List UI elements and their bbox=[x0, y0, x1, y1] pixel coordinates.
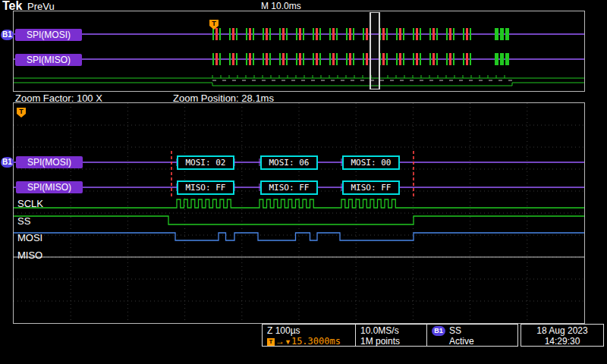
zoom-bus2-label: SPI(MISO) bbox=[16, 181, 83, 193]
timebase-readout: M 10.0ms bbox=[261, 1, 301, 11]
delay-value: 15.3000ms bbox=[291, 336, 341, 347]
zoom-scale-readout: Z 100µs bbox=[267, 325, 355, 336]
digital-label-miso: MISO bbox=[17, 249, 42, 261]
trigger-state-label: Active bbox=[432, 336, 517, 347]
delay-readout: T→▼15.3000ms bbox=[267, 336, 355, 347]
digital-label-ss: SS bbox=[17, 215, 30, 227]
datetime-box: 18 Aug 2023 14:29:30 bbox=[521, 324, 604, 347]
decode-box-mosi-2: MOSI: 06 bbox=[260, 155, 318, 170]
overview-b1-badge: B1 bbox=[1, 30, 14, 40]
sample-rate-cell: 10.0MS/s 1M points bbox=[355, 325, 426, 346]
status-b1-badge: B1 bbox=[432, 326, 445, 336]
zoom-bus1-label: SPI(MOSI) bbox=[16, 156, 83, 168]
acquisition-readout-box: Z 100µs T→▼15.3000ms 10.0MS/s 1M points … bbox=[262, 324, 518, 347]
delay-caret-icon: ▼ bbox=[285, 338, 291, 346]
oscilloscope-screen: Tek PreVu M 10.0ms SPI(MOSI) SPI(MISO) T… bbox=[0, 0, 607, 364]
zoom-b1-badge: B1 bbox=[1, 157, 14, 168]
trigger-status-cell: B1SS Active bbox=[426, 325, 517, 346]
digital-label-sclk: SCLK bbox=[17, 198, 43, 209]
decode-box-miso-1: MISO: FF bbox=[177, 180, 234, 195]
sample-rate-readout: 10.0MS/s bbox=[360, 325, 426, 336]
zoom-window-indicator[interactable] bbox=[370, 12, 380, 89]
record-length-readout: 1M points bbox=[360, 336, 426, 347]
zoom-waveform-plot bbox=[14, 103, 584, 323]
zoom-scale-cell: Z 100µs T→▼15.3000ms bbox=[263, 325, 355, 346]
overview-bus1-label: SPI(MOSI) bbox=[15, 29, 82, 41]
decode-box-mosi-3: MOSI: 00 bbox=[342, 155, 400, 170]
overview-bus2-label: SPI(MISO) bbox=[15, 54, 82, 66]
trigger-source-label: SS bbox=[449, 325, 461, 336]
overview-window: SPI(MOSI) SPI(MISO) T bbox=[13, 11, 585, 92]
digital-label-mosi: MOSI bbox=[17, 232, 42, 243]
date-readout: 18 Aug 2023 bbox=[521, 325, 603, 336]
time-readout: 14:29:30 bbox=[521, 336, 603, 347]
overview-waveform-plot bbox=[14, 11, 584, 91]
trigger-flag-icon: T bbox=[267, 338, 275, 346]
decode-box-mosi-1: MOSI: 02 bbox=[177, 155, 234, 170]
zoom-window: T SPI(MOSI) SPI(MISO) SCLK SS MOSI MISO … bbox=[13, 102, 585, 324]
decode-box-miso-3: MISO: FF bbox=[342, 180, 400, 195]
decode-box-miso-2: MISO: FF bbox=[260, 180, 318, 195]
delay-arrow-icon: → bbox=[275, 336, 285, 347]
